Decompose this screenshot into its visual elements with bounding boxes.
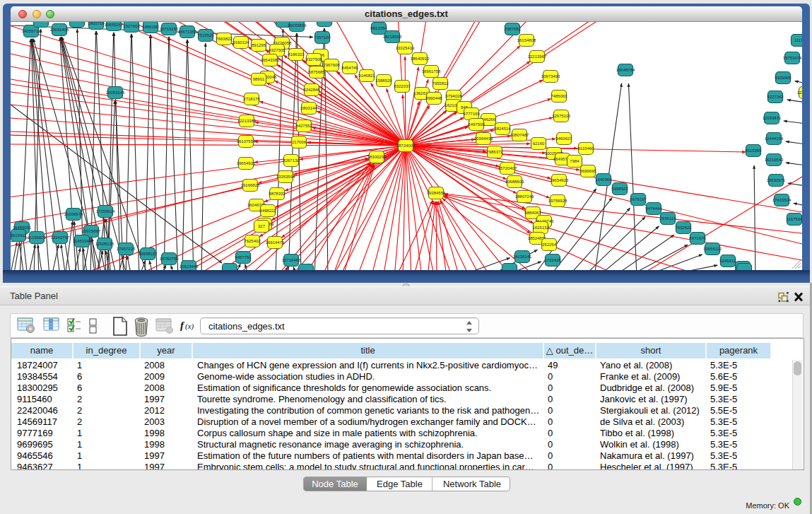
svg-text:1167534: 1167534: [787, 217, 802, 221]
svg-text:10654112: 10654112: [703, 247, 722, 251]
svg-text:10688609: 10688609: [505, 180, 524, 184]
svg-text:17957225: 17957225: [117, 247, 136, 251]
svg-text:16154808: 16154808: [517, 38, 536, 42]
svg-text:16671355: 16671355: [178, 30, 197, 34]
svg-text:6497508: 6497508: [468, 122, 485, 127]
svg-text:12213967: 12213967: [528, 54, 547, 59]
svg-text:1803716: 1803716: [88, 22, 105, 25]
svg-text:62160: 62160: [533, 141, 545, 146]
svg-text:8267130: 8267130: [283, 158, 300, 163]
svg-text:20364436: 20364436: [474, 136, 493, 141]
svg-text:9146821: 9146821: [358, 74, 375, 78]
svg-text:14055712: 14055712: [22, 29, 41, 33]
svg-text:18724007: 18724007: [396, 144, 416, 148]
svg-text:20691406: 20691406: [50, 28, 69, 32]
svg-text:17016504: 17016504: [772, 198, 792, 202]
svg-text:7632621: 7632621: [675, 226, 692, 230]
svg-text:19166825: 19166825: [241, 183, 260, 187]
svg-text:12923448: 12923448: [180, 264, 199, 269]
svg-text:12942757: 12942757: [51, 235, 70, 240]
svg-text:7984: 7984: [570, 159, 579, 163]
svg-text:7515526: 7515526: [197, 33, 214, 37]
svg-text:2803144: 2803144: [300, 106, 317, 110]
svg-text:7986372: 7986372: [486, 150, 503, 154]
svg-text:16210643: 16210643: [765, 158, 784, 162]
svg-text:15716485: 15716485: [282, 258, 301, 262]
svg-text:15692971: 15692971: [767, 178, 786, 182]
svg-text:9327508: 9327508: [305, 57, 322, 62]
svg-text:2087682: 2087682: [504, 27, 521, 31]
svg-text:12444194: 12444194: [765, 136, 784, 141]
svg-text:12132186: 12132186: [797, 90, 802, 95]
svg-text:3498222: 3498222: [259, 209, 276, 213]
svg-text:9115460: 9115460: [578, 146, 595, 151]
svg-text:6466160: 6466160: [142, 25, 159, 29]
svg-text:17359924: 17359924: [96, 209, 115, 214]
svg-text:20206576: 20206576: [64, 212, 83, 216]
svg-text:18807249: 18807249: [515, 194, 534, 199]
svg-text:13353594: 13353594: [276, 175, 295, 179]
svg-text:19384554: 19384554: [427, 191, 446, 195]
svg-text:7625402: 7625402: [244, 239, 261, 243]
svg-text:9463627: 9463627: [555, 136, 572, 141]
svg-text:9242848: 9242848: [303, 88, 320, 92]
svg-text:2718176: 2718176: [243, 97, 260, 101]
svg-text:327: 327: [258, 224, 266, 228]
svg-text:12213389: 12213389: [237, 119, 257, 123]
svg-text:19654925: 19654925: [237, 161, 256, 165]
svg-text:1527602: 1527602: [123, 24, 140, 28]
svg-text:9160124: 9160124: [233, 40, 249, 45]
svg-text:98901: 98901: [253, 77, 265, 81]
svg-text:2935114: 2935114: [660, 216, 677, 221]
svg-text:252254: 252254: [542, 243, 557, 247]
svg-text:16782759: 16782759: [160, 257, 179, 261]
svg-text:1588520: 1588520: [375, 78, 392, 83]
svg-text:8878332: 8878332: [269, 192, 286, 196]
svg-text:8115955: 8115955: [746, 148, 763, 153]
svg-text:11451944: 11451944: [73, 239, 92, 243]
svg-text:3915911: 3915911: [11, 233, 27, 238]
svg-text:1640954: 1640954: [595, 177, 612, 182]
svg-text:7663822: 7663822: [216, 37, 233, 41]
svg-text:9884067: 9884067: [524, 211, 541, 215]
svg-text:13325419: 13325419: [396, 46, 415, 50]
svg-text:20975887: 20975887: [82, 229, 101, 233]
svg-text:9457791: 9457791: [235, 255, 252, 259]
svg-text:7955812: 7955812: [432, 81, 449, 86]
svg-text:2367608: 2367608: [323, 63, 340, 67]
svg-text:1733426: 1733426: [544, 258, 561, 262]
svg-text:16648784: 16648784: [616, 68, 635, 72]
svg-text:12975115: 12975115: [552, 114, 571, 118]
svg-text:9474444: 9474444: [645, 206, 662, 211]
svg-text:9699695: 9699695: [579, 169, 596, 173]
svg-text:18300295: 18300295: [367, 155, 387, 159]
svg-text:217006: 217006: [292, 140, 307, 144]
svg-text:8427552: 8427552: [295, 124, 312, 128]
svg-text:14136141: 14136141: [513, 255, 532, 259]
svg-text:16914479: 16914479: [266, 240, 285, 245]
svg-text:8990448: 8990448: [425, 96, 442, 100]
svg-text:15720407: 15720407: [498, 166, 517, 170]
svg-text:18640910: 18640910: [411, 57, 430, 61]
svg-text:8813054: 8813054: [370, 26, 387, 30]
svg-text:9245612: 9245612: [719, 259, 736, 263]
svg-text:12093872: 12093872: [763, 116, 782, 120]
svg-text:6679197: 6679197: [630, 197, 647, 201]
svg-text:7485063: 7485063: [551, 94, 567, 98]
svg-text:16107554: 16107554: [237, 139, 256, 144]
svg-text:5875685: 5875685: [308, 70, 325, 74]
svg-text:(x): (x): [185, 322, 194, 331]
svg-text:891295: 891295: [252, 43, 266, 47]
svg-text:9777169: 9777169: [463, 112, 480, 116]
svg-text:1615132: 1615132: [532, 226, 549, 230]
svg-text:16033809: 16033809: [288, 23, 307, 28]
svg-text:1117: 1117: [794, 38, 802, 42]
svg-text:12905135: 12905135: [95, 242, 114, 246]
svg-text:16543382: 16543382: [261, 58, 280, 62]
svg-text:9327505: 9327505: [269, 48, 286, 52]
svg-text:16961758: 16961758: [422, 69, 441, 74]
svg-text:20053346: 20053346: [106, 90, 125, 95]
svg-text:10719155: 10719155: [160, 27, 179, 31]
svg-text:19654923: 19654923: [550, 178, 569, 182]
svg-text:9227342: 9227342: [767, 95, 784, 99]
